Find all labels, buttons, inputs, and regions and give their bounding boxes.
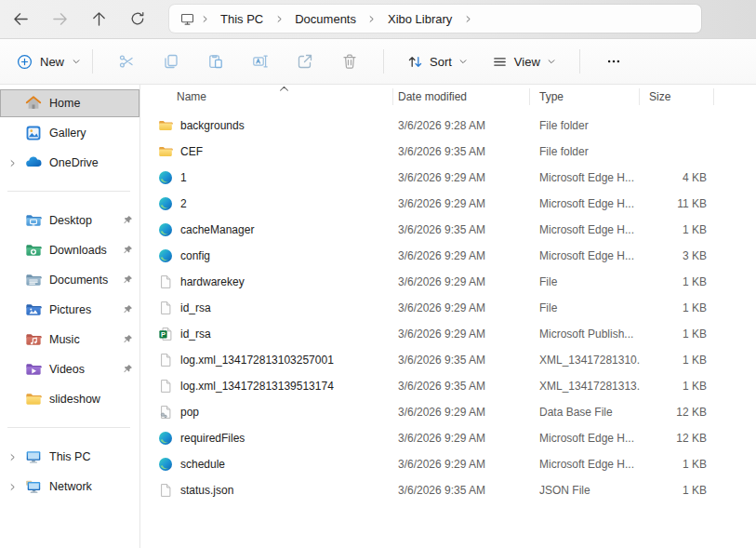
file-row[interactable]: log.xml_134172813103257001 3/6/2026 9:35… — [141, 347, 756, 373]
breadcrumb-item-this-pc[interactable]: This PC — [212, 12, 272, 26]
breadcrumb-item-documents[interactable]: Documents — [286, 12, 365, 26]
database-icon — [158, 405, 173, 420]
chevron-down-icon — [72, 57, 81, 66]
folder-icon — [25, 391, 42, 408]
file-list-pane: Name Date modified Type Size backgrounds… — [141, 85, 756, 548]
sidebar-item-label: OneDrive — [49, 156, 99, 169]
file-row[interactable]: backgrounds 3/6/2026 9:28 AM File folder — [141, 113, 756, 139]
share-button[interactable] — [283, 45, 327, 78]
back-button[interactable] — [6, 5, 35, 33]
file-row[interactable]: log.xml_134172813139513174 3/6/2026 9:35… — [141, 373, 756, 399]
more-options-button[interactable] — [591, 45, 636, 78]
sidebar-item-this-pc[interactable]: This PC — [0, 443, 139, 471]
monitor-icon — [177, 12, 197, 26]
file-type: Microsoft Edge H... — [530, 197, 640, 210]
file-type: File — [530, 275, 640, 288]
forward-button[interactable] — [45, 5, 74, 33]
file-row[interactable]: id_rsa 3/6/2026 9:29 AM File 1 KB — [141, 295, 756, 321]
breadcrumb-item-xibo-library[interactable]: Xibo Library — [379, 12, 460, 26]
plus-circle-icon — [17, 54, 33, 70]
sidebar-item-desktop[interactable]: Desktop — [0, 207, 139, 234]
folder-music-icon — [25, 331, 42, 348]
file-name: schedule — [180, 458, 393, 471]
sidebar-item-onedrive[interactable]: OneDrive — [0, 149, 139, 177]
expand-chevron-icon[interactable] — [5, 159, 20, 167]
file-explorer-window: { "topbar": { "breadcrumb": { "items": [… — [0, 0, 756, 548]
sidebar-item-documents[interactable]: Documents — [0, 266, 139, 294]
sidebar-divider — [7, 427, 130, 428]
file-date-modified: 3/6/2026 9:29 AM — [393, 301, 530, 314]
edge-icon — [158, 457, 173, 472]
copy-button[interactable] — [149, 45, 193, 78]
file-row[interactable]: config 3/6/2026 9:29 AM Microsoft Edge H… — [141, 243, 756, 269]
file-row[interactable]: requiredFiles 3/6/2026 9:29 AM Microsoft… — [141, 425, 756, 451]
file-name: 1 — [180, 171, 393, 184]
pin-icon — [123, 274, 133, 285]
file-name: CEF — [180, 145, 393, 158]
sidebar-item-network[interactable]: Network — [0, 473, 139, 501]
view-button[interactable]: View — [480, 54, 568, 70]
file-size: 4 KB — [640, 171, 714, 184]
navigation-pane: Home Gallery OneDrive Desktop Downloads … — [0, 85, 140, 548]
file-row[interactable]: 2 3/6/2026 9:29 AM Microsoft Edge H... 1… — [141, 191, 756, 217]
column-header-name[interactable]: Name — [158, 88, 393, 105]
edge-icon — [158, 431, 173, 446]
view-button-label: View — [514, 55, 540, 69]
file-row[interactable]: pop 3/6/2026 9:29 AM Data Base File 12 K… — [141, 399, 756, 425]
file-row[interactable]: P id_rsa 3/6/2026 9:29 AM Microsoft Publ… — [141, 321, 756, 347]
toolbar-divider — [92, 49, 93, 74]
sort-arrows-icon — [407, 54, 423, 70]
refresh-icon — [130, 11, 145, 26]
column-header-date-modified[interactable]: Date modified — [393, 88, 530, 105]
file-size: 1 KB — [640, 484, 714, 497]
publisher-icon: P — [158, 327, 173, 341]
refresh-button[interactable] — [123, 5, 153, 33]
cut-button[interactable] — [104, 45, 149, 78]
sidebar-item-videos[interactable]: Videos — [0, 355, 139, 383]
file-date-modified: 3/6/2026 9:29 AM — [393, 432, 530, 445]
breadcrumb-trailing-chevron-icon[interactable] — [460, 14, 475, 24]
sidebar-item-slideshow[interactable]: slideshow — [0, 385, 139, 413]
file-size: 1 KB — [640, 301, 714, 314]
column-header-size[interactable]: Size — [640, 88, 714, 105]
toolbar-divider — [383, 49, 384, 74]
sort-button[interactable]: Sort — [395, 54, 480, 70]
file-icon — [158, 274, 173, 289]
file-type: Microsoft Edge H... — [530, 458, 640, 471]
chevron-down-icon — [458, 57, 468, 66]
new-button-label: New — [40, 55, 64, 69]
rename-button[interactable] — [238, 45, 283, 78]
expand-chevron-icon[interactable] — [5, 483, 20, 491]
file-row[interactable]: CEF 3/6/2026 9:35 AM File folder — [141, 139, 756, 165]
expand-chevron-icon[interactable] — [5, 453, 20, 461]
paste-button[interactable] — [193, 45, 238, 78]
file-size: 1 KB — [640, 223, 714, 236]
file-row[interactable]: hardwarekey 3/6/2026 9:29 AM File 1 KB — [141, 269, 756, 295]
file-row[interactable]: status.json 3/6/2026 9:35 AM JSON File 1… — [141, 477, 756, 503]
file-row[interactable]: 1 3/6/2026 9:29 AM Microsoft Edge H... 4… — [141, 165, 756, 191]
file-name: id_rsa — [180, 301, 393, 314]
file-date-modified: 3/6/2026 9:29 AM — [393, 197, 530, 210]
column-header-type[interactable]: Type — [530, 88, 640, 105]
sidebar-item-gallery[interactable]: Gallery — [0, 119, 139, 147]
file-date-modified: 3/6/2026 9:29 AM — [393, 249, 530, 262]
sidebar-item-home[interactable]: Home — [0, 89, 139, 117]
address-bar[interactable]: This PCDocumentsXibo Library — [169, 5, 701, 33]
file-date-modified: 3/6/2026 9:35 AM — [393, 223, 530, 236]
sidebar-item-label: Home — [49, 97, 80, 110]
ellipsis-icon — [606, 54, 621, 69]
file-row[interactable]: schedule 3/6/2026 9:29 AM Microsoft Edge… — [141, 451, 756, 477]
sidebar-item-music[interactable]: Music — [0, 326, 139, 354]
up-button[interactable] — [84, 5, 113, 33]
file-icon — [158, 379, 173, 394]
sidebar-item-pictures[interactable]: Pictures — [0, 296, 139, 324]
file-row[interactable]: cacheManager 3/6/2026 9:35 AM Microsoft … — [141, 217, 756, 243]
delete-button[interactable] — [327, 45, 372, 78]
file-size: 12 KB — [640, 432, 714, 445]
sidebar-item-downloads[interactable]: Downloads — [0, 236, 139, 264]
new-button[interactable]: New — [17, 54, 81, 70]
file-type: Microsoft Edge H... — [530, 432, 640, 445]
file-type: File folder — [530, 145, 640, 158]
folder-downloads-icon — [25, 242, 42, 259]
file-size: 12 KB — [640, 406, 714, 419]
